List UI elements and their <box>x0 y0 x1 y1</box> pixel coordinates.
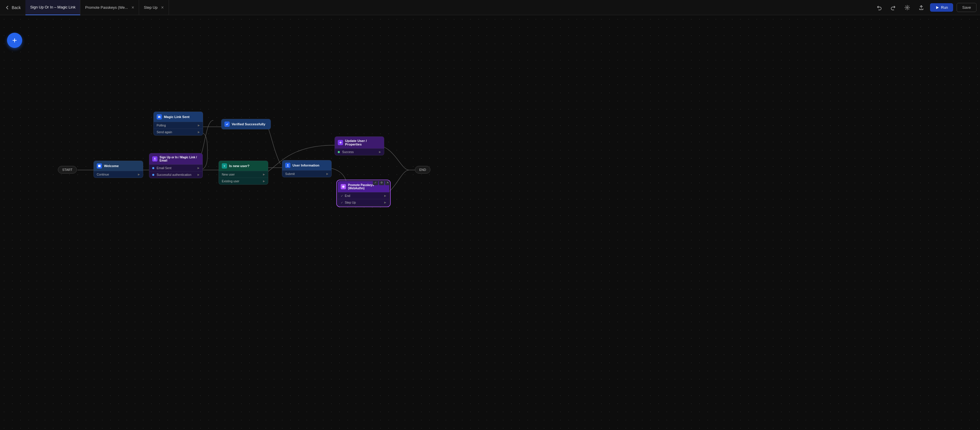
close-tab-icon[interactable]: × <box>132 5 134 10</box>
close-tab-icon[interactable]: × <box>161 5 164 10</box>
is-new-user-node[interactable]: Y Is new user? New user ▶ Existing user … <box>218 161 268 185</box>
update-user-properties-node[interactable]: Update User / Properties Success ▶ <box>334 136 384 155</box>
undo-button[interactable] <box>874 2 885 13</box>
row-arrow-icon: ▶ <box>197 173 200 176</box>
existing-user-row[interactable]: Existing user ▶ <box>219 178 268 184</box>
row-arrow-icon: ▶ <box>326 172 328 175</box>
row-arrow-icon: ▶ <box>198 124 200 127</box>
node-toolbar: ⤢ ⚙ ✕ <box>373 181 390 185</box>
user-information-node[interactable]: User Information Submit ▶ <box>282 160 332 177</box>
svg-rect-10 <box>158 116 161 118</box>
svg-rect-8 <box>98 165 100 167</box>
end-row[interactable]: ✓ End ▶ <box>338 192 389 199</box>
tab-label: Sign Up Or In – Magic Link <box>30 5 75 10</box>
save-label: Save <box>962 5 971 10</box>
flow-canvas[interactable]: + START <box>0 15 980 430</box>
add-node-button[interactable]: + <box>7 33 22 48</box>
tab-label: Step Up <box>144 5 158 10</box>
back-button[interactable]: Back <box>3 5 25 10</box>
sign-up-or-in-node[interactable]: Sign Up or In / Magic Link / Email Email… <box>149 153 203 178</box>
svg-point-9 <box>154 158 156 159</box>
tab-sign-up-magic-link[interactable]: Sign Up Or In – Magic Link <box>25 0 80 15</box>
row-arrow-icon: ▶ <box>138 173 140 176</box>
back-label: Back <box>12 5 21 10</box>
successful-auth-row[interactable]: Successful authentication ▶ <box>149 171 202 178</box>
tab-step-up[interactable]: Step Up × <box>139 0 169 15</box>
svg-point-0 <box>906 7 908 8</box>
settings-button[interactable] <box>902 2 913 13</box>
delete-icon[interactable]: ✕ <box>385 181 390 185</box>
polling-row[interactable]: Polling ▶ <box>154 122 203 129</box>
svg-point-11 <box>287 165 288 166</box>
start-node: START <box>58 166 77 173</box>
promote-passkeys-node[interactable]: ⤢ ⚙ ✕ Promote Passkeys (WebAuthn) ✓ End … <box>337 181 390 206</box>
row-arrow-icon: ▶ <box>197 167 200 170</box>
submit-row[interactable]: Submit ▶ <box>282 170 331 177</box>
new-user-row[interactable]: New user ▶ <box>219 171 268 178</box>
row-arrow-icon: ▶ <box>263 180 265 182</box>
tab-promote-passkeys[interactable]: Promote Passkeys (We... × <box>80 0 139 15</box>
save-button[interactable]: Save <box>957 3 977 12</box>
settings-icon[interactable]: ⚙ <box>379 181 384 185</box>
row-arrow-icon: ▶ <box>379 151 381 153</box>
email-sent-row[interactable]: Email Sent ▶ <box>149 165 202 171</box>
flow-connections <box>0 15 980 430</box>
run-button[interactable]: Run <box>930 3 953 12</box>
row-arrow-icon: ▶ <box>198 130 200 133</box>
end-node: END <box>415 166 430 173</box>
step-up-row[interactable]: ✓ Step Up ▶ <box>338 199 389 206</box>
run-label: Run <box>941 5 948 10</box>
expand-icon[interactable]: ⤢ <box>373 181 378 185</box>
magic-link-sent-node[interactable]: Magic Link Sent Polling ▶ Send again ▶ <box>153 112 203 136</box>
svg-marker-1 <box>936 6 939 9</box>
tab-label: Promote Passkeys (We... <box>85 5 128 10</box>
export-button[interactable] <box>916 2 926 13</box>
welcome-continue-row[interactable]: Continue ▶ <box>94 171 143 178</box>
welcome-node[interactable]: Welcome Continue ▶ <box>94 161 143 178</box>
verified-successfully-node[interactable]: Verified Successfully <box>221 119 271 129</box>
redo-button[interactable] <box>888 2 899 13</box>
topbar: Back Sign Up Or In – Magic Link Promote … <box>0 0 980 15</box>
topbar-actions: Run Save <box>874 2 977 13</box>
row-arrow-icon: ▶ <box>384 201 386 204</box>
send-again-row[interactable]: Send again ▶ <box>154 129 203 135</box>
success-row[interactable]: Success ▶ <box>335 148 384 155</box>
row-arrow-icon: ▶ <box>384 194 386 197</box>
row-arrow-icon: ▶ <box>263 173 265 176</box>
